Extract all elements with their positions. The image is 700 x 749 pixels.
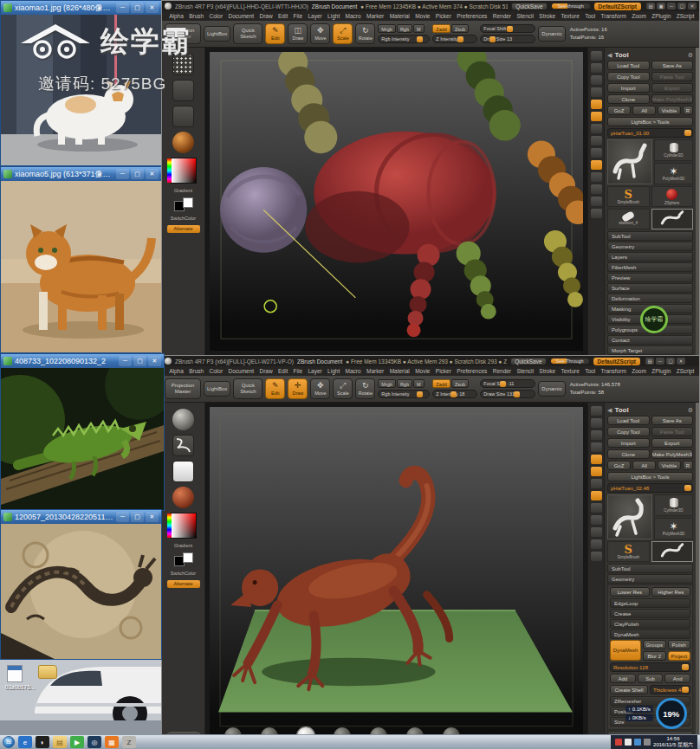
make-polymesh3d-button[interactable]: Make PolyMesh3D (651, 449, 694, 459)
secondary-color-swatch[interactable] (183, 197, 193, 208)
menu-item[interactable]: File (290, 13, 305, 19)
tool-section[interactable]: Contact (607, 335, 693, 345)
load-tool-button[interactable]: Load Tool (607, 61, 650, 70)
tool-simplebrush[interactable]: SSimpleBrush (607, 186, 650, 207)
strip-icon[interactable] (591, 442, 602, 452)
zsub-button[interactable]: Zsub (451, 24, 469, 33)
resolution-slider[interactable]: Resolution 128 (610, 662, 690, 672)
strip-icon[interactable] (591, 184, 602, 194)
alpha-thumbnail[interactable] (172, 461, 194, 482)
desktop-file-label[interactable]: 03a0b175... (0, 684, 40, 690)
menu-item[interactable]: Brush (186, 368, 206, 374)
taskbar-media-icon[interactable]: ◗ (36, 736, 49, 748)
tool-cylinder3d[interactable]: Cylinder3D (654, 139, 693, 161)
scale-button[interactable]: ⤢Scale (333, 378, 353, 399)
close-button[interactable]: ✕ (146, 169, 159, 179)
strip-icon[interactable] (591, 539, 602, 549)
menu-item[interactable]: Edit (275, 13, 291, 19)
blur-slider[interactable]: Blur 2 (643, 651, 666, 661)
net-percent-circle[interactable]: 19% (656, 698, 687, 729)
close-button[interactable]: ✕ (146, 3, 159, 13)
rgb-button[interactable]: Rgb (397, 379, 412, 388)
image-window-titlebar[interactable]: xiaomao5.jpg (613*371像素，78KB) - 2345看图王 … (1, 167, 161, 181)
draw-size-slider[interactable]: Draw Size 131 (480, 390, 535, 398)
see-through-slider[interactable]: See-through (551, 3, 591, 10)
move-button[interactable]: ✥Move (310, 378, 330, 399)
menu-item[interactable]: Light (325, 368, 342, 374)
menu-item[interactable]: Zoom (629, 13, 649, 19)
taskbar-folder-icon[interactable]: ▤ (53, 736, 67, 748)
focal-shift-slider[interactable]: Focal Shift -11 (480, 379, 535, 388)
move-button[interactable]: ✥Move (310, 23, 330, 44)
maximize-button[interactable]: ▢ (666, 358, 675, 365)
higher-res-button[interactable]: Higher Res (651, 587, 691, 597)
strip-icon[interactable] (591, 527, 602, 537)
material-thumbnail[interactable] (172, 487, 194, 508)
lightbox-button[interactable]: LightBox (204, 26, 230, 42)
current-tool-slider[interactable]: pHaiTuan_01.00 (607, 128, 693, 138)
draw-size-slider[interactable]: Draw Size 13 (480, 35, 535, 43)
strip-icon[interactable] (591, 160, 602, 170)
thickness-slider[interactable]: Thickness 4 (650, 685, 690, 694)
menu-item[interactable]: Tool (582, 13, 598, 19)
taskbar-zbrush-icon[interactable]: Z (122, 736, 136, 748)
see-through-slider[interactable]: See-Through (550, 358, 590, 365)
strip-icon[interactable] (591, 503, 602, 513)
menu-item[interactable]: Preferences (454, 368, 489, 374)
zadd-button[interactable]: Zadd (432, 24, 450, 33)
tool-section[interactable]: SubTool (607, 231, 693, 241)
switchcolor-button[interactable]: SwitchColor (171, 216, 196, 221)
menu-item[interactable]: ZScript (673, 368, 697, 374)
lightbox-tools-button[interactable]: LightBox > Tools (607, 472, 693, 481)
menu-item[interactable]: Document (225, 13, 256, 19)
current-tool-preview[interactable] (607, 494, 652, 539)
rgb-button[interactable]: Rgb (397, 24, 412, 33)
scale-button[interactable]: ⤢Scale (333, 23, 353, 44)
menu-item[interactable]: Texture (558, 13, 582, 19)
project-button[interactable]: Project (668, 651, 691, 661)
image-window-titlebar[interactable]: 120057_2013042822051155.. ─▢✕ (1, 510, 161, 524)
dynamesh-section[interactable]: DynaMesh (610, 630, 690, 639)
crease-section[interactable]: Crease (610, 609, 690, 618)
minimize-button[interactable]: ─ (116, 512, 129, 522)
goz-all-button[interactable]: All (632, 106, 656, 115)
strip-icon[interactable] (591, 100, 602, 109)
menu-item[interactable]: Transform (598, 368, 629, 374)
menu-item[interactable]: Zoom (629, 368, 649, 374)
stroke-thumbnail[interactable] (172, 435, 194, 456)
canvas-viewport[interactable] (205, 48, 587, 355)
menu-item[interactable]: Transform (598, 13, 629, 19)
close-button[interactable]: ✕ (148, 356, 161, 366)
clone-button[interactable]: Clone (607, 449, 650, 459)
edit-button[interactable]: ✎Edit (265, 378, 285, 399)
tool-polymesh3d[interactable]: ✶PolyMesh3D (654, 163, 693, 184)
color-picker[interactable] (171, 158, 197, 184)
menu-item[interactable]: Picker (433, 368, 454, 374)
goz-visible-button[interactable]: Visible (658, 461, 681, 470)
net-speed-widget[interactable]: ↑ 0.1KB/s ↓ 0KB/s 19% (625, 698, 687, 729)
minimize-button[interactable]: ─ (667, 3, 676, 10)
title-icon[interactable]: ▤ (645, 358, 654, 365)
collapse-icon[interactable]: ◀ (607, 407, 612, 414)
strip-icon[interactable] (591, 148, 602, 158)
dynamic-button[interactable]: Dynamic (538, 381, 565, 397)
menu-item[interactable]: ZPlugin (649, 13, 673, 19)
copy-tool-button[interactable]: Copy Tool (607, 427, 650, 436)
edgeloop-section[interactable]: EdgeLoop (610, 598, 690, 608)
menu-item[interactable]: File (290, 368, 305, 374)
edit-button[interactable]: ✎Edit (265, 23, 285, 44)
strip-icon[interactable] (591, 75, 602, 85)
color-picker[interactable] (171, 513, 197, 539)
tray-clock[interactable]: 14:562016/11/5 星期六 (653, 736, 693, 749)
strip-icon[interactable] (591, 197, 602, 206)
menu-item[interactable]: Tool (582, 368, 598, 374)
tool-polymesh3d[interactable]: ✶PolyMesh3D (654, 518, 693, 539)
mrgb-button[interactable]: Mrgb (378, 379, 396, 388)
strip-icon[interactable] (591, 136, 602, 145)
import-button[interactable]: Import (607, 83, 650, 93)
save-as-button[interactable]: Save As (651, 61, 694, 70)
add-button[interactable]: Add (610, 674, 636, 683)
menu-item[interactable]: Macro (342, 13, 363, 19)
menu-item[interactable]: Render (490, 13, 515, 19)
menu-item[interactable]: Marker (364, 368, 387, 374)
